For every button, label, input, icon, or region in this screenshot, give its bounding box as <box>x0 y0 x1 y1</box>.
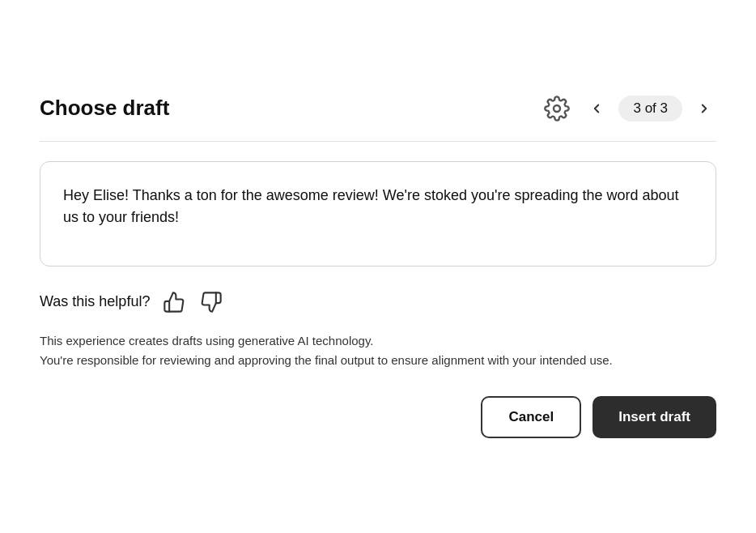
helpful-row: Was this helpful? <box>40 289 716 315</box>
chevron-right-icon <box>697 101 711 116</box>
thumbs-down-icon <box>200 291 223 313</box>
chevron-left-icon <box>589 101 604 116</box>
gear-icon <box>544 96 570 122</box>
thumbs-up-icon <box>163 291 185 313</box>
thumbs-up-button[interactable] <box>161 289 187 315</box>
page-indicator: 3 of 3 <box>618 96 682 122</box>
dialog-header: Choose draft 3 of 3 <box>40 92 716 125</box>
gear-button[interactable] <box>539 92 575 125</box>
svg-point-0 <box>554 105 560 112</box>
draft-text: Hey Elise! Thanks a ton for the awesome … <box>63 185 693 230</box>
insert-draft-button[interactable]: Insert draft <box>592 396 716 438</box>
nav-next-button[interactable] <box>692 98 716 119</box>
footer-buttons: Cancel Insert draft <box>40 396 716 438</box>
choose-draft-dialog: Choose draft 3 of 3 Hey E <box>14 70 742 464</box>
disclaimer-text: This experience creates drafts using gen… <box>40 331 716 370</box>
thumbs-down-button[interactable] <box>198 289 224 315</box>
draft-content-box: Hey Elise! Thanks a ton for the awesome … <box>40 161 716 266</box>
header-controls: 3 of 3 <box>539 92 716 125</box>
cancel-button[interactable]: Cancel <box>481 396 581 438</box>
nav-prev-button[interactable] <box>584 98 609 119</box>
dialog-title: Choose draft <box>40 96 169 121</box>
header-divider <box>40 141 716 142</box>
helpful-label: Was this helpful? <box>40 293 150 310</box>
